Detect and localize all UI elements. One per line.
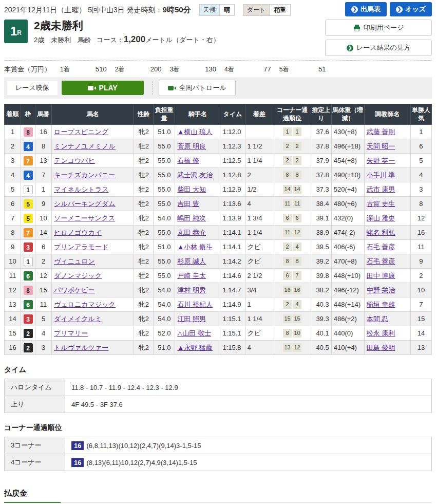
trainer-link[interactable]: 小手川 準 [367,171,395,179]
trainer-link[interactable]: 武藤 善則 [367,128,395,136]
finish-time: 1:14.2 [220,254,245,269]
jockey-link[interactable]: 柴田 大知 [177,185,206,193]
horse-name-link[interactable]: ヒロノゴウカイ [54,229,102,236]
jockey-link[interactable]: 石川 裕紀人 [177,301,213,308]
waku-cell: 3 [21,312,35,326]
result-guide-button[interactable]: ❯ レース結果の見方 [325,40,432,56]
corner-positions: 24 [274,240,311,254]
horse-name-link[interactable]: プリマリー [54,329,88,337]
camera-icon [168,85,176,91]
print-page-button[interactable]: 印刷用ページ [325,20,432,36]
trainer-link[interactable]: 田中 博康 [367,272,395,279]
horse-name-link[interactable]: ロープスピニング [54,128,108,136]
trainer-link[interactable]: 田島 俊明 [367,344,395,351]
horse-name-link[interactable]: マイネルシトラス [54,185,108,193]
waku-badge: 5 [24,214,33,223]
jockey-link[interactable]: 石橋 脩 [177,157,199,164]
horse-name-cell: トルヴァルツァー [52,341,134,355]
finish-time: 1:13.6 [220,197,245,211]
jockey-link[interactable]: 菅原 明良 [177,142,206,150]
jockey-link[interactable]: ▲小林 脩斗 [177,243,212,251]
results-column-header: 騎手名 [175,104,220,125]
trainer-link[interactable]: 深山 雅史 [367,214,395,222]
corner-order-value: 16(8,13)(6,11)10,12(2,7)4,9(3,14)1,5-15 [65,454,432,471]
trainer-link[interactable]: 稲垣 幸雄 [367,301,395,308]
trainer-link[interactable]: 天間 昭一 [367,142,395,150]
finish-position: 5 [5,182,21,197]
jockey-cell: 丸田 恭介 [175,226,220,240]
jockey-link[interactable]: 丸田 恭介 [177,229,206,236]
jockey-cell: 菅原 明良 [175,139,220,154]
entries-button[interactable]: ❯ 出馬表 [345,2,387,16]
carried-weight: 51.0 [154,341,175,355]
horse-name-link[interactable]: ミンナノユメミノル [54,142,116,150]
odds-button[interactable]: ❯ オッズ [390,2,432,16]
trainer-link[interactable]: 石毛 善彦 [367,257,395,265]
waku-badge: 3 [24,242,33,252]
horse-name-link[interactable]: シルバーキングダム [54,200,115,208]
margin: クビ [245,254,274,269]
carried-weight: 51.0 [154,125,175,139]
margin: クビ [245,240,274,254]
jockey-link[interactable]: 武士沢 友治 [177,171,213,179]
jockey-link[interactable]: 江田 照男 [177,315,206,323]
jockey-link[interactable]: ▲横山 琉人 [177,128,212,136]
horse-body-weight: 496(-12) [331,283,364,297]
horse-name-link[interactable]: パワポケビー [54,286,95,294]
waku-cell: 4 [21,168,35,182]
horse-name-link[interactable]: ヴィニュロン [54,257,95,265]
last-3f: 40.1 [311,326,331,341]
horse-name-link[interactable]: ソーメニーサンクス [54,214,115,222]
horse-body-weight: 448(+14) [331,297,364,312]
finish-position: 1 [5,125,21,139]
trainer-link[interactable]: 本間 忍 [367,315,389,323]
finish-time: 1:12.0 [220,125,245,139]
horse-name-link[interactable]: テンコウバヒ [54,157,95,164]
sex-age: 牡2 [134,269,154,283]
horse-name-link[interactable]: キーチズカンパニー [54,171,115,179]
corner-positions: 11 [274,125,311,139]
jockey-cell: 石橋 脩 [175,154,220,168]
horse-number: 11 [35,297,52,312]
horse-body-weight: 454(+8) [331,154,364,168]
jockey-link[interactable]: ▲永野 猛蔵 [177,344,212,351]
race-number-badge: 1R [4,20,28,43]
waku-cell: 8 [21,283,35,297]
result-row: 1524プリマリー牝252.0△山田 敬士1:15.1クビ81040.1440(… [5,326,432,341]
trainer-link[interactable]: 松永 康利 [367,329,395,337]
play-button[interactable]: PLAY [62,81,144,95]
race-results-table: 着順枠馬番馬名性齢負担重量騎手名タイム着差コーナー通過順位推定上り馬体重（増減）… [4,104,432,355]
jockey-link[interactable]: 吉田 豊 [177,200,199,208]
corner-position: 14 [283,185,292,194]
jockey-link[interactable]: 戸崎 圭太 [177,272,206,279]
corner-position: 7 [293,271,301,280]
horse-name-link[interactable]: ヴェロニカマジック [54,301,116,308]
trainer-link[interactable]: 中野 栄治 [367,286,395,294]
trainer-cell: 天間 昭一 [364,139,410,154]
result-row: 1816ロープスピニング牝251.0▲横山 琉人1:12.01137.6430(… [5,125,432,139]
finish-position: 7 [5,211,21,226]
trainer-link[interactable]: 蛯名 利弘 [367,229,395,236]
waku-badge: 4 [24,142,33,151]
horse-name-cell: キーチズカンパニー [52,168,134,182]
jockey-link[interactable]: 津村 明秀 [177,286,206,294]
trainer-link[interactable]: 武市 康男 [367,185,395,193]
horse-name-link[interactable]: ダノンマジック [54,272,102,279]
printer-icon [353,25,361,31]
trainer-link[interactable]: 矢野 英一 [367,157,395,164]
jockey-link[interactable]: 嶋田 純次 [177,214,206,222]
results-column-header: 単勝人気 [410,104,431,125]
horse-name-link[interactable]: ダイメイクルミ [54,315,102,323]
jockey-link[interactable]: △山田 敬士 [177,329,211,337]
trainer-link[interactable]: 古賀 史生 [367,200,395,208]
win-popularity: 6 [410,139,431,154]
trainer-link[interactable]: 石毛 善彦 [367,243,395,251]
margin: 1 3/4 [245,211,274,226]
horse-name-link[interactable]: プリンアラモード [54,243,108,251]
corner-positions: 1414 [274,182,311,197]
jockey-link[interactable]: 杉原 誠人 [177,257,206,265]
patrol-video-button[interactable]: 全周パトロール [159,80,236,96]
lap-time-value: 4F 49.5 - 3F 37.6 [65,396,432,413]
horse-name-link[interactable]: トルヴァルツァー [54,344,108,351]
finish-position: 3 [5,154,21,168]
